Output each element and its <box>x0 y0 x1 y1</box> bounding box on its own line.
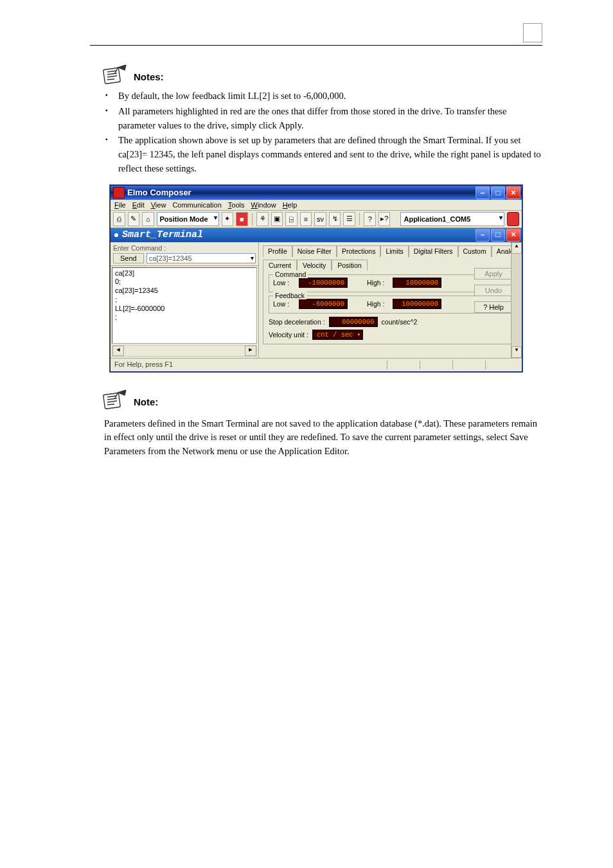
svg-line-2 <box>107 73 117 75</box>
command-high-field[interactable]: 10000000 <box>393 278 441 288</box>
undo-button[interactable]: Undo <box>474 285 513 296</box>
toolbar-button[interactable]: ⎙ <box>113 212 125 226</box>
subtab-position[interactable]: Position <box>332 260 367 270</box>
toolbar-button[interactable]: ☰ <box>343 212 355 226</box>
menu-window[interactable]: Window <box>251 201 276 209</box>
note-body: Parameters defined in the Smart Terminal… <box>104 417 542 459</box>
scroll-left-icon[interactable]: ◄ <box>112 346 124 356</box>
toolbar-button[interactable]: ≡ <box>300 212 312 226</box>
menu-edit[interactable]: Edit <box>132 201 145 209</box>
status-text: For Help, press F1 <box>114 360 173 369</box>
toolbar-button[interactable]: ✎ <box>128 212 140 226</box>
note-icon <box>102 65 127 85</box>
svg-rect-6 <box>103 393 121 409</box>
context-help-icon[interactable]: ▸? <box>378 212 391 226</box>
vertical-scrollbar[interactable]: ▲ ▼ <box>511 242 522 358</box>
tab-limits[interactable]: Limits <box>380 245 408 257</box>
child-minimize-button[interactable]: – <box>475 229 490 242</box>
help-button[interactable]: ? Help <box>474 301 513 313</box>
status-bar: For Help, press F1 <box>111 358 522 371</box>
minimize-button[interactable]: – <box>475 186 490 199</box>
feedback-high-field[interactable]: 100000000 <box>393 299 441 309</box>
stop-button[interactable]: ■ <box>236 212 248 226</box>
label-velocity-unit: Velocity unit : <box>269 331 308 339</box>
stop-deceleration-field[interactable]: 60000000 <box>329 317 378 327</box>
label-low: Low : <box>273 300 295 308</box>
group-feedback-title: Feedback <box>273 292 306 299</box>
menubar: File Edit View Communication Tools Windo… <box>111 200 522 211</box>
page-number-box <box>523 23 542 42</box>
label-high: High : <box>367 300 389 308</box>
note-item: By default, the low feedback limit LL[2]… <box>103 89 542 103</box>
tab-profile[interactable]: Profile <box>263 245 292 257</box>
toolbar-button[interactable]: ⌂ <box>142 212 154 226</box>
child-maximize-button[interactable]: □ <box>491 229 505 242</box>
toolbar-button[interactable]: ✦ <box>222 212 234 226</box>
note-icon <box>102 390 127 411</box>
menu-view[interactable]: View <box>151 201 166 209</box>
svg-line-3 <box>107 76 117 77</box>
horizontal-scrollbar[interactable]: ◄ ► <box>112 345 257 357</box>
label-stop-deceleration: Stop deceleration : <box>269 318 325 326</box>
command-low-field[interactable]: -10000000 <box>299 278 348 288</box>
tab-noise-filter[interactable]: Noise Filter <box>292 245 337 257</box>
toolbar: ⎙ ✎ ⌂ Position Mode ✦ ■ ⚘ ▣ ⍈ ≡ sv ↯ ☰ ?… <box>111 211 522 228</box>
child-close-button[interactable]: × <box>506 229 520 242</box>
note-item: The application shown above is set up by… <box>103 134 542 175</box>
mode-select[interactable]: Position Mode <box>157 212 219 226</box>
toolbar-button[interactable]: ⍈ <box>285 212 298 226</box>
tab-protections[interactable]: Protections <box>337 245 381 257</box>
label-low: Low : <box>273 279 295 287</box>
record-button[interactable] <box>507 212 519 226</box>
notes-heading: Notes: <box>134 71 164 82</box>
command-history[interactable]: ca[23] 0; ca[23]=12345 ; LL[2]=-6000000 … <box>112 267 257 344</box>
svg-line-9 <box>107 401 117 402</box>
toolbar-button[interactable]: sv <box>314 212 326 226</box>
scroll-down-icon[interactable]: ▼ <box>511 346 522 358</box>
titlebar[interactable]: Elmo Composer – □ × <box>111 186 522 200</box>
menu-communication[interactable]: Communication <box>172 201 221 209</box>
maximize-button[interactable]: □ <box>491 186 505 199</box>
tab-digital-filters[interactable]: Digital Filters <box>409 245 458 257</box>
toolbar-button[interactable]: ↯ <box>329 212 341 226</box>
elmo-composer-window: Elmo Composer – □ × File Edit View Commu… <box>110 185 522 372</box>
note-heading: Note: <box>134 396 158 407</box>
child-window-icon <box>114 233 118 237</box>
menu-help[interactable]: Help <box>283 201 298 209</box>
subtab-velocity[interactable]: Velocity <box>297 260 332 270</box>
properties-pane: Profile Noise Filter Protections Limits … <box>259 242 522 358</box>
enter-command-label: Enter Command : <box>113 244 256 252</box>
application-select[interactable]: Application1_COM5 <box>400 212 504 226</box>
close-button[interactable]: × <box>506 186 520 199</box>
group-command-title: Command <box>273 270 308 278</box>
child-window-title: Smart_Terminal <box>122 229 203 240</box>
help-icon: ? <box>483 303 487 311</box>
help-icon[interactable]: ? <box>364 212 376 226</box>
scroll-up-icon[interactable]: ▲ <box>511 242 522 254</box>
note-item: All parameters highlighted in red are th… <box>103 105 542 133</box>
scroll-right-icon[interactable]: ► <box>245 346 256 356</box>
menu-file[interactable]: File <box>114 201 126 209</box>
toolbar-button[interactable]: ⚘ <box>256 212 269 226</box>
label-high: High : <box>367 279 389 287</box>
smart-terminal-window: Smart_Terminal – □ × Enter Command : Sen… <box>111 228 522 358</box>
menu-tools[interactable]: Tools <box>228 201 245 209</box>
subtab-current[interactable]: Current <box>263 260 297 270</box>
tab-custom[interactable]: Custom <box>458 245 492 257</box>
notes-list: By default, the low feedback limit LL[2]… <box>103 89 542 176</box>
terminal-pane: Enter Command : Send ca[23]=12345 ca[23]… <box>111 242 259 358</box>
app-icon <box>113 187 125 199</box>
send-button[interactable]: Send <box>113 253 144 263</box>
svg-line-8 <box>107 398 117 400</box>
apply-button[interactable]: Apply <box>474 268 513 279</box>
svg-rect-0 <box>103 67 121 84</box>
velocity-unit-select[interactable]: cnt / sec <box>312 330 363 340</box>
command-input[interactable]: ca[23]=12345 <box>147 253 256 263</box>
svg-line-4 <box>107 79 114 80</box>
toolbar-button[interactable]: ▣ <box>271 212 283 226</box>
feedback-low-field[interactable]: -6000000 <box>299 299 348 309</box>
label-stop-unit: count/sec^2 <box>382 318 418 326</box>
svg-line-10 <box>107 404 114 405</box>
window-title: Elmo Composer <box>127 188 191 197</box>
